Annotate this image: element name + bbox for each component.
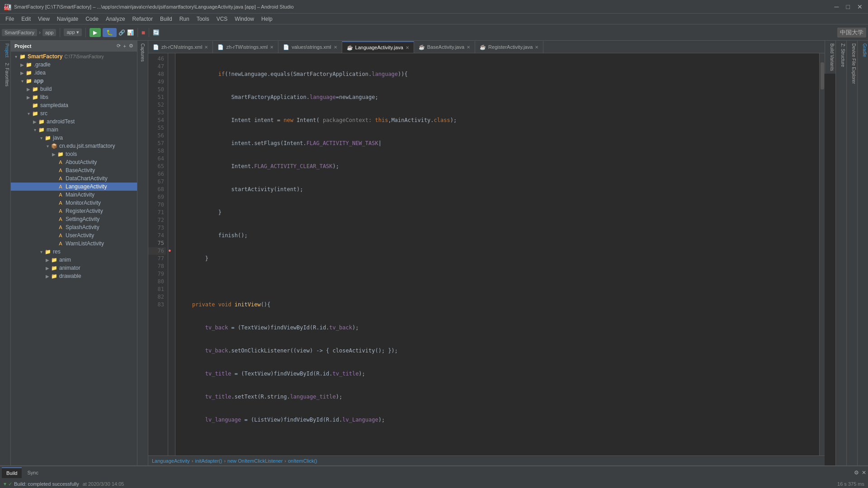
tab-close-icon[interactable]: ✕ <box>334 45 337 50</box>
tree-res[interactable]: ▾ 📁 res <box>11 248 137 256</box>
tree-warnlistactivity[interactable]: A WarnListActivity <box>11 239 137 248</box>
tree-languageactivity[interactable]: A LanguageActivity <box>11 183 137 191</box>
build-tab[interactable]: Build <box>2 467 22 478</box>
tree-androidtest[interactable]: ▶ 📁 androidTest <box>11 117 137 126</box>
menu-item-vcs[interactable]: VCS <box>213 15 231 23</box>
tree-registeractivity[interactable]: A RegisterActivity <box>11 207 137 215</box>
tab-close-icon[interactable]: ✕ <box>535 45 538 50</box>
menu-item-build[interactable]: Build <box>156 15 176 23</box>
tree-package[interactable]: ▾ 📦 cn.edu.jsit.smartfactory <box>11 142 137 150</box>
breadcrumb-sep-1: › <box>192 458 193 464</box>
tree-settingactivity[interactable]: A SettingActivity <box>11 215 137 223</box>
tree-splashactivity[interactable]: A SplashActivity <box>11 223 137 231</box>
breadcrumb-item-3[interactable]: new OnItemClickListener <box>227 458 283 464</box>
menu-item-analyze[interactable]: Analyze <box>102 15 129 23</box>
tab-close-icon[interactable]: ✕ <box>406 45 409 50</box>
minimize-button[interactable]: ─ <box>833 3 841 10</box>
code-content[interactable]: if(!newLanguage.equals(SmartFactoryAppli… <box>175 53 819 455</box>
breadcrumb-item-4[interactable]: onItemClick() <box>288 458 317 464</box>
menu-item-help[interactable]: Help <box>258 15 276 23</box>
breadcrumb-item-1[interactable]: LanguageActivity <box>152 458 190 464</box>
build-variants-tab[interactable]: Build Variants <box>825 41 835 74</box>
menu-item-refactor[interactable]: Refactor <box>129 15 156 23</box>
tree-animator[interactable]: ▶ 📁 animator <box>11 264 137 272</box>
project-sidebar-tab[interactable]: Project <box>0 41 10 60</box>
editor-area: 📄 zh-rCN\strings.xml ✕ 📄 zh-rTW\strings.… <box>148 41 825 465</box>
tree-build[interactable]: ▶ 📁 build <box>11 85 137 93</box>
tree-aboutactivity[interactable]: A AboutActivity <box>11 158 137 166</box>
breadcrumb-sep-2: › <box>224 458 226 464</box>
favorites-sidebar-tab[interactable]: 2: Favorites <box>0 60 10 89</box>
tree-monitoractivity[interactable]: A MonitorActivity <box>11 199 137 207</box>
code-line-47: SmartFactoryApplication.language=newLang… <box>179 94 816 101</box>
chinese-logo: 中国大学 <box>837 28 866 38</box>
project-dropdown[interactable]: SmartFactory <box>2 29 37 36</box>
tab-values[interactable]: 📄 values\strings.xml ✕ <box>278 41 342 53</box>
tree-gradle[interactable]: ▶ 📁 .gradle <box>11 61 137 69</box>
app-icon: 🏭 <box>4 3 11 10</box>
tree-baseactivity[interactable]: A BaseActivity <box>11 166 137 174</box>
menu-item-view[interactable]: View <box>34 15 53 23</box>
build-close-icon[interactable]: ✕ <box>862 469 866 476</box>
tree-src[interactable]: ▾ 📁 src <box>11 109 137 117</box>
tree-libs[interactable]: ▶ 📁 libs <box>11 93 137 101</box>
build-settings-icon[interactable]: ⚙ <box>854 469 859 476</box>
tree-datachartactivity[interactable]: A DataChartActivity <box>11 174 137 183</box>
code-line-48: Intent intent = new Intent( packageConte… <box>179 117 816 124</box>
captures-tab[interactable]: Captures <box>139 41 146 65</box>
add-icon[interactable]: + <box>123 43 126 49</box>
code-line-46: if(!newLanguage.equals(SmartFactoryAppli… <box>179 70 816 78</box>
tab-registeractivity[interactable]: ☕ RegisterActivity.java ✕ <box>475 41 543 53</box>
menu-item-navigate[interactable]: Navigate <box>53 15 82 23</box>
tree-useractivity[interactable]: A UserActivity <box>11 231 137 239</box>
tree-app[interactable]: ▾ 📁 app <box>11 77 137 85</box>
menu-item-run[interactable]: Run <box>176 15 193 23</box>
tree-anim[interactable]: ▶ 📁 anim <box>11 256 137 264</box>
tree-drawable[interactable]: ▶ 📁 drawable <box>11 272 137 280</box>
breadcrumb-item-2[interactable]: initAdapter() <box>195 458 222 464</box>
run-button[interactable]: ▶ <box>90 28 101 37</box>
tab-close-icon[interactable]: ✕ <box>204 45 208 50</box>
tab-zh-rtw[interactable]: 📄 zh-rTW\strings.xml ✕ <box>213 41 278 53</box>
tab-close-icon[interactable]: ✕ <box>467 45 470 50</box>
sync-button[interactable]: 🔄 <box>153 29 160 36</box>
tab-baseactivity[interactable]: ☕ BaseActivity.java ✕ <box>414 41 475 53</box>
device-file-tab[interactable]: Device File Explorer <box>847 41 857 86</box>
code-line-66: lv_language = (ListView)findViewById(R.i… <box>179 416 816 424</box>
menu-item-tools[interactable]: Tools <box>193 15 213 23</box>
tree-main[interactable]: ▾ 📁 main <box>11 126 137 134</box>
tree-java[interactable]: ▾ 📁 java <box>11 134 137 142</box>
build-total-time: 16 s 375 ms <box>837 481 864 487</box>
tab-close-icon[interactable]: ✕ <box>270 45 274 50</box>
menu-item-window[interactable]: Window <box>231 15 258 23</box>
code-line-56: private void initView(){ <box>179 301 816 309</box>
build-status-row[interactable]: ▾ ✓ Build: completed successfully at 202… <box>4 480 864 488</box>
menu-item-edit[interactable]: Edit <box>18 15 34 23</box>
sync-tab[interactable]: Sync <box>23 467 42 478</box>
profile-button[interactable]: 📊 <box>127 29 134 36</box>
tree-idea[interactable]: ▶ 📁 .idea <box>11 69 137 77</box>
tree-sampledata[interactable]: 📁 sampledata <box>11 101 137 109</box>
tree-mainactivity[interactable]: A MainActivity <box>11 191 137 199</box>
settings-icon[interactable]: ⚙ <box>129 43 133 49</box>
maximize-button[interactable]: □ <box>844 3 852 10</box>
menu-item-file[interactable]: File <box>2 15 18 23</box>
debug-button[interactable]: 🐛 <box>103 28 117 37</box>
tree-tools[interactable]: ▶ 📁 tools <box>11 150 137 158</box>
captures-sidebar: Captures <box>137 41 148 465</box>
gradle-tab[interactable]: Gradle <box>858 41 868 60</box>
breadcrumb: LanguageActivity › initAdapter() › new O… <box>148 455 825 465</box>
z-structure-tab[interactable]: Z: Structure <box>836 41 846 70</box>
tab-zh-rcn[interactable]: 📄 zh-rCN\strings.xml ✕ <box>148 41 213 53</box>
close-button[interactable]: ✕ <box>855 3 864 10</box>
tab-languageactivity[interactable]: ☕ LanguageActivity.java ✕ <box>342 41 414 53</box>
attach-button[interactable]: 🔗 <box>118 29 125 36</box>
module-dropdown[interactable]: app <box>42 29 56 36</box>
tab-icon: 📄 <box>217 44 224 50</box>
build-output: ▾ ✓ Build: completed successfully at 202… <box>0 479 868 488</box>
sync-files-icon[interactable]: ⟳ <box>117 43 121 49</box>
tree-root[interactable]: ▾ 📁 SmartFactory C:\T7\SmartFactory <box>11 52 137 61</box>
run-config-dropdown[interactable]: app ▾ <box>64 28 81 36</box>
menu-item-code[interactable]: Code <box>82 15 102 23</box>
stop-button[interactable]: ■ <box>142 29 145 36</box>
